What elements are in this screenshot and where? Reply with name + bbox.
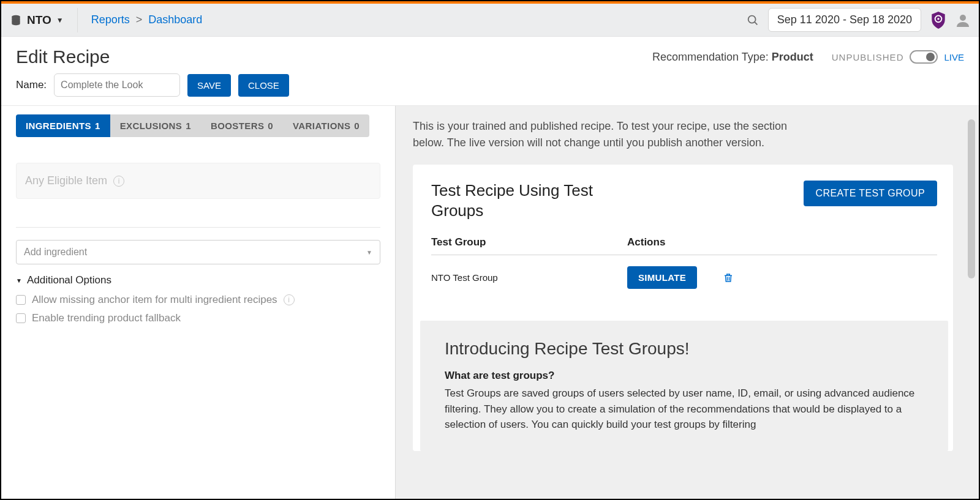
intro-panel: Introducing Recipe Test Groups! What are… [420,321,948,451]
checkbox-missing-anchor[interactable] [16,295,26,305]
left-panel: INGREDIENTS1 EXCLUSIONS1 BOOSTERS0 VARIA… [1,106,396,500]
scrollbar-thumb[interactable] [968,119,975,278]
svg-line-2 [755,21,757,24]
chevron-down-icon: ▼ [56,16,64,24]
additional-options-toggle[interactable]: ▼ Additional Options [16,274,380,286]
user-icon[interactable] [956,13,970,28]
recipe-tabs: INGREDIENTS1 EXCLUSIONS1 BOOSTERS0 VARIA… [16,114,369,137]
breadcrumb-dashboard[interactable]: Dashboard [148,13,202,26]
top-bar: NTO ▼ Reports > Dashboard Sep 11 2020 - … [1,4,979,37]
recommendation-type-value: Product [772,51,813,63]
table-row: NTO Test Group SIMULATE [431,255,937,300]
checkbox-trending-fallback[interactable] [16,313,26,323]
intro-title: Introducing Recipe Test Groups! [445,339,924,359]
breadcrumb-reports[interactable]: Reports [91,13,130,26]
svg-point-5 [960,15,966,21]
option-label: Allow missing anchor item for multi ingr… [32,294,277,306]
close-button[interactable]: CLOSE [238,74,289,97]
tab-label: EXCLUSIONS [120,121,183,131]
divider [77,8,78,32]
test-groups-card: Test Recipe Using Test Groups CREATE TES… [413,165,953,451]
intro-subtitle: What are test groups? [445,370,924,382]
app-frame: NTO ▼ Reports > Dashboard Sep 11 2020 - … [0,0,980,500]
create-test-group-button[interactable]: CREATE TEST GROUP [804,181,937,206]
tab-label: VARIATIONS [293,121,350,131]
tab-exclusions[interactable]: EXCLUSIONS1 [110,114,201,137]
table-header: Test Group Actions [431,236,937,255]
intro-body: Test Groups are saved groups of users se… [445,386,924,433]
add-ingredient-placeholder: Add ingredient [24,247,87,258]
trained-recipe-text: This is your trained and published recip… [413,118,805,151]
unpublished-label: UNPUBLISHED [832,52,904,62]
col-test-group: Test Group [431,236,627,248]
recipe-name-input[interactable] [54,73,180,97]
tab-count: 1 [95,121,100,131]
test-groups-title: Test Recipe Using Test Groups [431,181,627,220]
publish-toggle-group: UNPUBLISHED LIVE [832,50,964,64]
org-picker[interactable]: NTO ▼ [10,13,64,27]
eligible-item-label: Any Eligible Item [25,174,107,187]
tab-count: 0 [268,121,273,131]
toggle-knob [926,53,935,61]
left-lower-section: Add ingredient ▼ ▼ Additional Options Al… [16,227,380,324]
name-label: Name: [16,79,47,91]
option-label: Enable trending product fallback [32,312,181,324]
tab-count: 1 [186,121,191,131]
svg-point-1 [748,15,755,23]
info-icon[interactable]: i [284,294,295,305]
info-icon[interactable]: i [113,176,124,187]
recommendation-type-label: Recommendation Type: [652,51,769,63]
option-trending-fallback: Enable trending product fallback [16,312,380,324]
save-button[interactable]: SAVE [187,74,231,97]
test-group-name: NTO Test Group [431,272,627,283]
caret-down-icon: ▼ [16,277,22,284]
trash-icon[interactable] [723,272,734,284]
live-label[interactable]: LIVE [944,52,964,62]
tab-variations[interactable]: VARIATIONS0 [283,114,369,137]
col-actions: Actions [627,236,665,248]
additional-options-label: Additional Options [27,274,111,286]
svg-point-4 [937,18,939,20]
main-body: INGREDIENTS1 EXCLUSIONS1 BOOSTERS0 VARIA… [1,106,979,500]
option-missing-anchor: Allow missing anchor item for multi ingr… [16,294,380,306]
chevron-down-icon: ▼ [366,249,372,256]
tab-label: BOOSTERS [211,121,264,131]
add-ingredient-select[interactable]: Add ingredient ▼ [16,240,380,264]
org-name: NTO [27,13,51,27]
page-title: Edit Recipe [16,47,110,67]
search-icon[interactable] [746,13,760,27]
page-header: Edit Recipe Recommendation Type: Product… [1,37,979,106]
shield-icon[interactable] [930,11,947,29]
right-panel: This is your trained and published recip… [396,106,979,500]
recommendation-type: Recommendation Type: Product [652,51,813,64]
breadcrumb: Reports > Dashboard [91,13,203,26]
tab-count: 0 [354,121,360,131]
publish-toggle[interactable] [910,50,938,64]
tab-ingredients[interactable]: INGREDIENTS1 [16,114,110,137]
tab-boosters[interactable]: BOOSTERS0 [201,114,283,137]
test-groups-table: Test Group Actions NTO Test Group SIMULA… [431,236,937,300]
database-icon [10,14,22,26]
simulate-button[interactable]: SIMULATE [627,266,697,289]
breadcrumb-sep: > [136,13,143,26]
tab-label: INGREDIENTS [26,121,91,131]
date-range-picker[interactable]: Sep 11 2020 - Sep 18 2020 [768,8,921,32]
additional-options-list: Allow missing anchor item for multi ingr… [16,294,380,324]
eligible-item-card: Any Eligible Item i [16,163,380,199]
